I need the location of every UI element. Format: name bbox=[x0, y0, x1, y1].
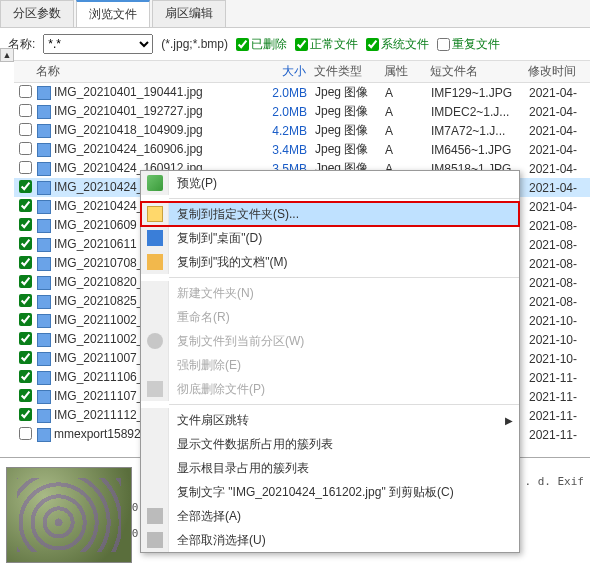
deselect-all-icon bbox=[147, 532, 163, 548]
file-icon bbox=[37, 333, 51, 347]
menu-force-delete: 强制删除(E) bbox=[141, 353, 519, 377]
submenu-arrow-icon: ▶ bbox=[505, 415, 513, 426]
col-short[interactable]: 短文件名 bbox=[426, 61, 524, 82]
select-all-icon bbox=[147, 508, 163, 524]
menu-copy-to-partition: 复制文件到当前分区(W) bbox=[141, 329, 519, 353]
row-checkbox[interactable] bbox=[19, 351, 32, 364]
menu-root-cluster-list[interactable]: 显示根目录占用的簇列表 bbox=[141, 456, 519, 480]
menu-new-folder: 新建文件夹(N) bbox=[141, 281, 519, 305]
table-row[interactable]: IMG_20210401_192727.jpg2.0MBJpeg 图像AIMDE… bbox=[14, 102, 590, 121]
file-icon bbox=[37, 200, 51, 214]
file-icon bbox=[37, 276, 51, 290]
scroll-up-button[interactable]: ▲ bbox=[0, 48, 14, 62]
file-icon bbox=[37, 428, 51, 442]
table-header: 名称 大小 文件类型 属性 短文件名 修改时间 bbox=[14, 61, 590, 83]
desktop-icon bbox=[147, 230, 163, 246]
pattern-hint: (*.jpg;*.bmp) bbox=[161, 37, 228, 51]
menu-select-all[interactable]: 全部选择(A) bbox=[141, 504, 519, 528]
file-icon bbox=[37, 409, 51, 423]
documents-icon bbox=[147, 254, 163, 270]
menu-preview[interactable]: 预览(P) bbox=[141, 171, 519, 195]
col-date[interactable]: 修改时间 bbox=[524, 61, 590, 82]
row-checkbox[interactable] bbox=[19, 237, 32, 250]
row-checkbox[interactable] bbox=[19, 275, 32, 288]
file-icon bbox=[37, 352, 51, 366]
file-icon bbox=[37, 390, 51, 404]
row-checkbox[interactable] bbox=[19, 161, 32, 174]
table-row[interactable]: IMG_20210418_104909.jpg4.2MBJpeg 图像AIM7A… bbox=[14, 121, 590, 140]
file-icon bbox=[37, 219, 51, 233]
tab-sector-edit[interactable]: 扇区编辑 bbox=[152, 0, 226, 27]
menu-file-cluster-list[interactable]: 显示文件数据所占用的簇列表 bbox=[141, 432, 519, 456]
checkbox-normal[interactable]: 正常文件 bbox=[295, 36, 358, 53]
folder-copy-icon bbox=[147, 206, 163, 222]
file-icon bbox=[37, 162, 51, 176]
table-row[interactable]: IMG_20210424_160906.jpg3.4MBJpeg 图像AIM64… bbox=[14, 140, 590, 159]
tab-partition-params[interactable]: 分区参数 bbox=[0, 0, 74, 27]
file-icon bbox=[37, 143, 51, 157]
row-checkbox[interactable] bbox=[19, 389, 32, 402]
file-icon bbox=[37, 295, 51, 309]
menu-sector-jump[interactable]: 文件扇区跳转▶ bbox=[141, 408, 519, 432]
col-attr[interactable]: 属性 bbox=[380, 61, 426, 82]
filter-bar: 名称: *.* (*.jpg;*.bmp) 已删除 正常文件 系统文件 重复文件 bbox=[0, 28, 590, 61]
menu-deselect-all[interactable]: 全部取消选择(U) bbox=[141, 528, 519, 552]
file-icon bbox=[37, 86, 51, 100]
checkbox-deleted[interactable]: 已删除 bbox=[236, 36, 287, 53]
row-checkbox[interactable] bbox=[19, 142, 32, 155]
file-icon bbox=[37, 371, 51, 385]
row-checkbox[interactable] bbox=[19, 332, 32, 345]
menu-copy-to-documents[interactable]: 复制到"我的文档"(M) bbox=[141, 250, 519, 274]
thumbnail-preview bbox=[6, 467, 132, 563]
menu-copy-to-folder[interactable]: 复制到指定文件夹(S)... bbox=[141, 202, 519, 226]
file-icon bbox=[37, 314, 51, 328]
row-checkbox[interactable] bbox=[19, 370, 32, 383]
file-icon bbox=[37, 124, 51, 138]
row-checkbox[interactable] bbox=[19, 427, 32, 440]
row-checkbox[interactable] bbox=[19, 294, 32, 307]
checkbox-duplicate[interactable]: 重复文件 bbox=[437, 36, 500, 53]
preview-icon bbox=[147, 175, 163, 191]
col-size[interactable]: 大小 bbox=[252, 61, 310, 82]
name-pattern-select[interactable]: *.* bbox=[43, 34, 153, 54]
row-checkbox[interactable] bbox=[19, 218, 32, 231]
context-menu: 预览(P) 复制到指定文件夹(S)... 复制到"桌面"(D) 复制到"我的文档… bbox=[140, 170, 520, 553]
tab-bar: 分区参数 浏览文件 扇区编辑 bbox=[0, 0, 590, 28]
file-icon bbox=[37, 257, 51, 271]
col-name[interactable]: 名称 bbox=[32, 61, 252, 82]
menu-copy-text[interactable]: 复制文字 "IMG_20210424_161202.jpg" 到剪贴板(C) bbox=[141, 480, 519, 504]
menu-copy-to-desktop[interactable]: 复制到"桌面"(D) bbox=[141, 226, 519, 250]
row-checkbox[interactable] bbox=[19, 199, 32, 212]
file-icon bbox=[37, 105, 51, 119]
row-checkbox[interactable] bbox=[19, 85, 32, 98]
file-icon bbox=[37, 238, 51, 252]
tab-browse-files[interactable]: 浏览文件 bbox=[76, 0, 150, 27]
row-checkbox[interactable] bbox=[19, 104, 32, 117]
row-checkbox[interactable] bbox=[19, 180, 32, 193]
row-checkbox[interactable] bbox=[19, 408, 32, 421]
partition-icon bbox=[147, 333, 163, 349]
menu-rename: 重命名(R) bbox=[141, 305, 519, 329]
delete-icon bbox=[147, 381, 163, 397]
thumbnail-image bbox=[7, 468, 131, 562]
row-checkbox[interactable] bbox=[19, 256, 32, 269]
checkbox-system[interactable]: 系统文件 bbox=[366, 36, 429, 53]
file-icon bbox=[37, 181, 51, 195]
col-type[interactable]: 文件类型 bbox=[310, 61, 380, 82]
row-checkbox[interactable] bbox=[19, 313, 32, 326]
menu-permanent-delete: 彻底删除文件(P) bbox=[141, 377, 519, 401]
table-row[interactable]: IMG_20210401_190441.jpg2.0MBJpeg 图像AIMF1… bbox=[14, 83, 590, 102]
row-checkbox[interactable] bbox=[19, 123, 32, 136]
